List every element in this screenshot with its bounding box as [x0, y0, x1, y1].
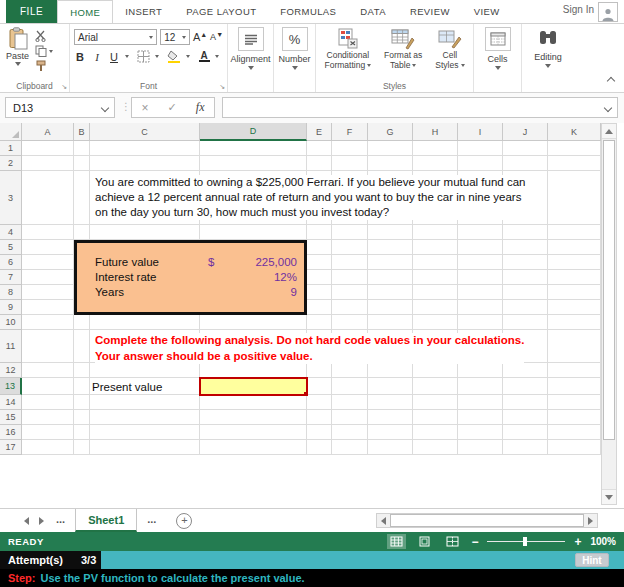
cell-K14[interactable]: [548, 395, 601, 410]
cell-I9[interactable]: [458, 300, 503, 315]
font-color-dropdown-icon[interactable]: [215, 55, 219, 58]
cell-B4[interactable]: [74, 225, 90, 240]
cell-J5[interactable]: [503, 240, 548, 255]
cell-D12[interactable]: [200, 363, 307, 378]
column-header-I[interactable]: I: [458, 123, 503, 141]
column-header-E[interactable]: E: [307, 123, 332, 141]
cell-E8[interactable]: [307, 285, 332, 300]
format-as-table-button[interactable]: Format as Table: [380, 27, 426, 71]
cell-K15[interactable]: [548, 410, 601, 425]
vertical-scrollbar[interactable]: [601, 123, 617, 505]
cell-K10[interactable]: [548, 315, 601, 330]
row-header-16[interactable]: 16: [0, 425, 22, 440]
cell-J10[interactable]: [503, 315, 548, 330]
italic-button[interactable]: I: [91, 49, 103, 64]
cell-K1[interactable]: [548, 141, 601, 156]
row-header-5[interactable]: 5: [0, 240, 22, 255]
cell-D4[interactable]: [200, 225, 307, 240]
cell-C10[interactable]: [90, 315, 200, 330]
cell-H6[interactable]: [413, 255, 458, 270]
cell-G2[interactable]: [368, 156, 413, 171]
cut-icon[interactable]: [35, 30, 48, 42]
cell-G4[interactable]: [368, 225, 413, 240]
cell-G6[interactable]: [368, 255, 413, 270]
scroll-down-button[interactable]: [602, 489, 616, 504]
cell-G17[interactable]: [368, 440, 413, 455]
scroll-right-button[interactable]: [584, 514, 597, 527]
cell-B16[interactable]: [74, 425, 90, 440]
bold-button[interactable]: B: [74, 49, 86, 64]
cell-G12[interactable]: [368, 363, 413, 378]
cell-F12[interactable]: [332, 363, 368, 378]
cell-G10[interactable]: [368, 315, 413, 330]
cell-E1[interactable]: [307, 141, 332, 156]
new-sheet-button[interactable]: +: [176, 513, 192, 529]
enter-check-icon[interactable]: ✓: [168, 101, 177, 114]
cell-A17[interactable]: [22, 440, 74, 455]
row-header-12[interactable]: 12: [0, 363, 22, 378]
cell-D14[interactable]: [200, 395, 307, 410]
cell-F8[interactable]: [332, 285, 368, 300]
cell-E12[interactable]: [307, 363, 332, 378]
cell-J12[interactable]: [503, 363, 548, 378]
shrink-font-button[interactable]: A▼: [210, 30, 223, 45]
fill-color-dropdown-icon[interactable]: [186, 55, 190, 58]
cell-A7[interactable]: [22, 270, 74, 285]
cell-H4[interactable]: [413, 225, 458, 240]
zoom-slider[interactable]: [487, 541, 565, 542]
cell-E17[interactable]: [307, 440, 332, 455]
select-all-corner[interactable]: [0, 123, 22, 141]
normal-view-button[interactable]: [387, 534, 406, 549]
cell-J2[interactable]: [503, 156, 548, 171]
cell-A4[interactable]: [22, 225, 74, 240]
alignment-button[interactable]: Alignment: [230, 27, 271, 70]
tab-data[interactable]: DATA: [348, 0, 398, 23]
cell-H2[interactable]: [413, 156, 458, 171]
cell-E5[interactable]: [307, 240, 332, 255]
cell-J4[interactable]: [503, 225, 548, 240]
cell-styles-button[interactable]: Cell Styles: [431, 27, 468, 71]
cell-H13[interactable]: [413, 378, 458, 395]
cell-J16[interactable]: [503, 425, 548, 440]
row-header-4[interactable]: 4: [0, 225, 22, 240]
cell-B12[interactable]: [74, 363, 90, 378]
cell-C4[interactable]: [90, 225, 200, 240]
zoom-level[interactable]: 100%: [590, 536, 616, 547]
row-header-15[interactable]: 15: [0, 410, 22, 425]
cell-D2[interactable]: [200, 156, 307, 171]
cell-B11[interactable]: [74, 330, 90, 363]
cell-B13[interactable]: [74, 378, 90, 395]
cell-A15[interactable]: [22, 410, 74, 425]
cell-H5[interactable]: [413, 240, 458, 255]
next-sheet-icon[interactable]: [39, 517, 44, 525]
cell-D16[interactable]: [200, 425, 307, 440]
cell-G7[interactable]: [368, 270, 413, 285]
tab-home[interactable]: HOME: [57, 0, 113, 23]
cell-K13[interactable]: [548, 378, 601, 395]
cell-F9[interactable]: [332, 300, 368, 315]
grow-font-button[interactable]: A▲: [193, 30, 207, 45]
cell-F4[interactable]: [332, 225, 368, 240]
cell-F16[interactable]: [332, 425, 368, 440]
cell-G8[interactable]: [368, 285, 413, 300]
font-dialog-launcher-icon[interactable]: ↘: [219, 83, 225, 91]
cell-E13[interactable]: [307, 378, 332, 395]
row-header-13[interactable]: 13: [0, 378, 22, 395]
cell-K4[interactable]: [548, 225, 601, 240]
cell-C17[interactable]: [90, 440, 200, 455]
cell-I13[interactable]: [458, 378, 503, 395]
cell-G16[interactable]: [368, 425, 413, 440]
cell-A10[interactable]: [22, 315, 74, 330]
column-header-J[interactable]: J: [503, 123, 548, 141]
cell-K11[interactable]: [548, 330, 601, 363]
cell-B15[interactable]: [74, 410, 90, 425]
cell-G5[interactable]: [368, 240, 413, 255]
fill-handle[interactable]: [304, 392, 308, 396]
cell-H15[interactable]: [413, 410, 458, 425]
cell-B3[interactable]: [74, 171, 90, 225]
cell-B2[interactable]: [74, 156, 90, 171]
cell-J9[interactable]: [503, 300, 548, 315]
cell-A9[interactable]: [22, 300, 74, 315]
row-header-6[interactable]: 6: [0, 255, 22, 270]
cell-H8[interactable]: [413, 285, 458, 300]
